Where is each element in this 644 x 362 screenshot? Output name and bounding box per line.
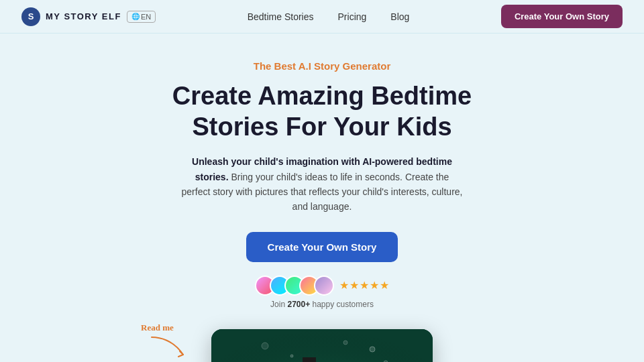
story-card-background: The Fish Who Ran for President	[211, 329, 433, 362]
read-me-arrow-icon	[146, 335, 186, 361]
logo-icon: S	[21, 7, 40, 26]
nav-pricing[interactable]: Pricing	[338, 11, 367, 22]
nav-bedtime-stories[interactable]: Bedtime Stories	[248, 11, 314, 22]
avatars-stars-row: ★★★★★	[255, 276, 390, 296]
bottom-section: Read me	[0, 322, 644, 362]
header: S MY STORY ELF 🌐 EN Bedtime Stories Pric…	[0, 0, 644, 34]
logo-text: MY STORY ELF	[46, 11, 121, 21]
hero-subtitle: The Best A.I Story Generator	[254, 60, 391, 72]
hero-content: The Best A.I Story Generator Create Amaz…	[0, 34, 644, 362]
star-rating: ★★★★★	[339, 279, 390, 292]
story-card[interactable]: The Fish Who Ran for President	[211, 329, 433, 362]
svg-point-2	[370, 347, 375, 352]
logo-area: S MY STORY ELF 🌐 EN	[21, 7, 156, 26]
svg-rect-1	[211, 329, 433, 362]
create-story-header-button[interactable]: Create Your Own Story	[501, 5, 623, 28]
create-story-main-button[interactable]: Create Your Own Story	[246, 232, 398, 262]
svg-point-4	[262, 343, 268, 349]
nav-blog[interactable]: Blog	[390, 11, 409, 22]
avatar-5	[314, 276, 334, 296]
hero-section: The Best A.I Story Generator Create Amaz…	[0, 34, 644, 362]
svg-point-5	[343, 341, 347, 345]
social-count-text: Join 2700+ happy customers	[270, 300, 374, 309]
lang-badge[interactable]: 🌐 EN	[127, 11, 156, 23]
svg-point-6	[290, 355, 293, 357]
hero-title: Create Amazing Bedtime Stories For Your …	[172, 81, 472, 142]
hero-description: Unleash your child's imagination with AI…	[181, 154, 463, 215]
social-proof: ★★★★★ Join 2700+ happy customers	[255, 276, 390, 309]
story-illustration	[211, 329, 433, 362]
svg-rect-14	[303, 357, 316, 362]
read-me-label: Read me	[141, 322, 174, 333]
main-nav: Bedtime Stories Pricing Blog	[248, 11, 410, 22]
avatar-group	[255, 276, 334, 296]
